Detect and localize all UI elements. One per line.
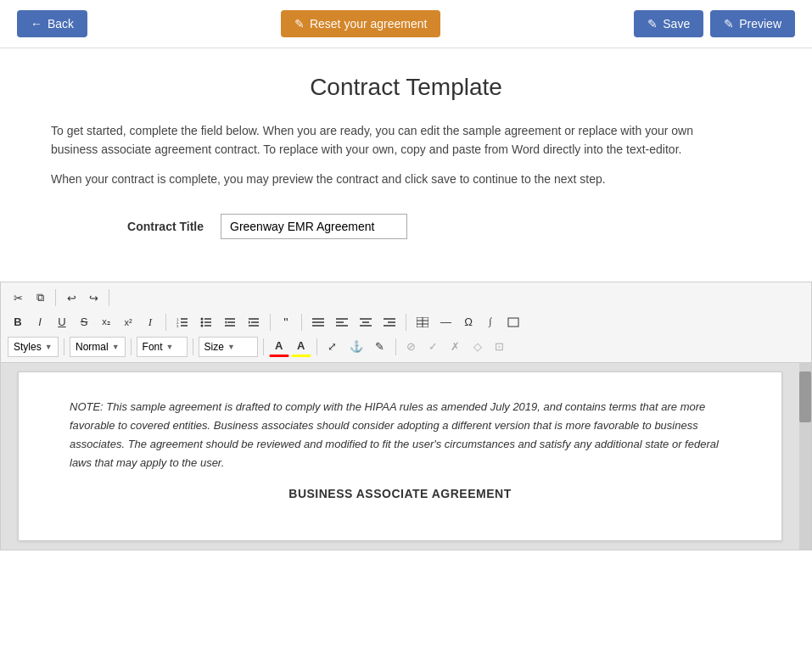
extra-btn-2[interactable]: ✓ [423,337,444,356]
reset-button[interactable]: ✎ Reset your agreement [281,10,441,37]
svg-point-9 [201,317,204,320]
styles-dropdown[interactable]: Styles ▼ [8,337,59,357]
toolbar-sep-10 [263,338,264,355]
font-arrow-icon: ▼ [166,343,174,351]
editor-content-wrapper[interactable]: NOTE: This sample agreement is drafted t… [1,363,799,550]
description-2: When your contract is complete, you may … [51,170,696,188]
toolbar-sep-12 [395,338,396,355]
toolbar-row-2: B I U S x₂ x² I 1.2.3. [8,311,804,332]
subscript-button[interactable]: x₂ [96,313,116,331]
toolbar-row-1: ✂ ⧉ ↩ ↪ [8,288,804,308]
scrollbar-track[interactable] [799,363,811,550]
align-justify-button[interactable] [307,314,329,331]
font-color-button[interactable]: A [269,336,289,357]
strikethrough-button[interactable]: S [74,312,94,332]
omega-button[interactable]: Ω [458,312,479,332]
editor-page: NOTE: This sample agreement is drafted t… [18,371,782,541]
extra-btn-4[interactable]: ◇ [468,337,488,356]
redo-button[interactable]: ↪ [83,288,104,308]
description-1: To get started, complete the field below… [51,121,696,159]
editor-note: NOTE: This sample agreement is drafted t… [70,398,731,472]
toolbar-sep-11 [316,338,317,355]
save-label: Save [663,17,690,31]
back-icon: ← [31,17,42,31]
editor-container: ✂ ⧉ ↩ ↪ B I U S x₂ x² I 1.2.3. [0,282,812,550]
page-title: Contract Template [51,74,761,101]
toolbar-sep-2 [109,289,109,306]
undo-button[interactable]: ↩ [61,288,81,308]
contract-title-row: Contract Title [51,214,761,239]
back-label: Back [48,17,74,31]
editor-scroll-container: NOTE: This sample agreement is drafted t… [1,363,811,550]
reset-label: Reset your agreement [310,17,428,31]
contract-title-label: Contract Title [102,220,204,233]
preview-button[interactable]: ✎ Preview [710,10,795,37]
svg-rect-36 [508,318,518,327]
styles-label: Styles [14,341,42,353]
save-icon: ✎ [647,17,658,31]
page-wrapper: ← Back ✎ Reset your agreement ✎ Save ✎ P… [0,0,812,659]
svg-text:3.: 3. [176,324,179,328]
toolbar-sep-4 [270,314,271,331]
save-button[interactable]: ✎ Save [634,10,703,37]
align-left-button[interactable] [331,314,353,331]
italic2-button[interactable]: I [140,312,160,332]
preview-icon: ✎ [724,17,734,31]
svg-point-10 [201,321,204,323]
toolbar-sep-6 [406,314,406,331]
contract-title-input[interactable] [221,214,407,239]
normal-label: Normal [76,341,109,353]
toolbar-sep-7 [64,338,64,355]
back-button[interactable]: ← Back [17,10,87,37]
blockquote-button[interactable]: " [276,311,296,332]
editor-toolbar: ✂ ⧉ ↩ ↪ B I U S x₂ x² I 1.2.3. [1,282,811,363]
unordered-list-button[interactable] [195,313,217,332]
hr-button[interactable]: — [435,312,456,332]
size-dropdown[interactable]: Size ▼ [199,337,258,357]
top-bar-center: ✎ Reset your agreement [281,10,441,37]
normal-arrow-icon: ▼ [112,343,120,351]
extra-btn-5[interactable]: ⊡ [490,337,510,356]
signature-button[interactable]: ∫ [480,312,501,332]
editor-heading: BUSINESS ASSOCIATE AGREEMENT [70,487,731,500]
cut-button[interactable]: ✂ [8,288,28,308]
size-arrow-icon: ▼ [227,343,235,351]
preview-label: Preview [739,17,781,31]
frame-button[interactable] [502,314,524,331]
extra-btn-1[interactable]: ⊘ [401,337,422,356]
superscript-button[interactable]: x² [118,314,138,331]
size-label: Size [204,341,224,353]
top-bar-left: ← Back [17,10,87,37]
toolbar-sep-3 [165,314,166,331]
extra-btn-3[interactable]: ✗ [445,337,466,356]
svg-point-11 [201,324,204,327]
toolbar-sep-1 [55,289,56,306]
align-center-button[interactable] [355,314,377,331]
svg-marker-19 [249,321,250,324]
copy-button[interactable]: ⧉ [30,288,50,308]
svg-marker-15 [225,321,227,324]
fullscreen-button[interactable]: ⤢ [322,337,343,356]
normal-dropdown[interactable]: Normal ▼ [70,337,126,357]
underline-button[interactable]: U [52,312,72,332]
indent-button[interactable] [243,313,265,332]
toolbar-sep-8 [131,338,132,355]
top-bar: ← Back ✎ Reset your agreement ✎ Save ✎ P… [0,0,812,48]
scrollbar-thumb[interactable] [799,371,811,422]
reset-icon: ✎ [294,17,305,31]
table-button[interactable] [412,314,434,331]
bold-button[interactable]: B [8,312,28,332]
edit-button[interactable]: ✎ [370,337,390,356]
italic-button[interactable]: I [30,312,50,332]
main-content: Contract Template To get started, comple… [0,48,812,282]
toolbar-sep-9 [193,338,193,355]
align-right-button[interactable] [378,314,400,331]
ordered-list-button[interactable]: 1.2.3. [171,313,193,332]
anchor-button[interactable]: ⚓ [344,337,368,356]
outdent-button[interactable] [219,313,241,332]
bg-color-button[interactable]: A [291,336,311,357]
toolbar-row-3: Styles ▼ Normal ▼ Font ▼ Size ▼ [8,336,804,357]
font-dropdown[interactable]: Font ▼ [137,337,188,357]
top-bar-right: ✎ Save ✎ Preview [634,10,795,37]
styles-arrow-icon: ▼ [45,343,53,351]
